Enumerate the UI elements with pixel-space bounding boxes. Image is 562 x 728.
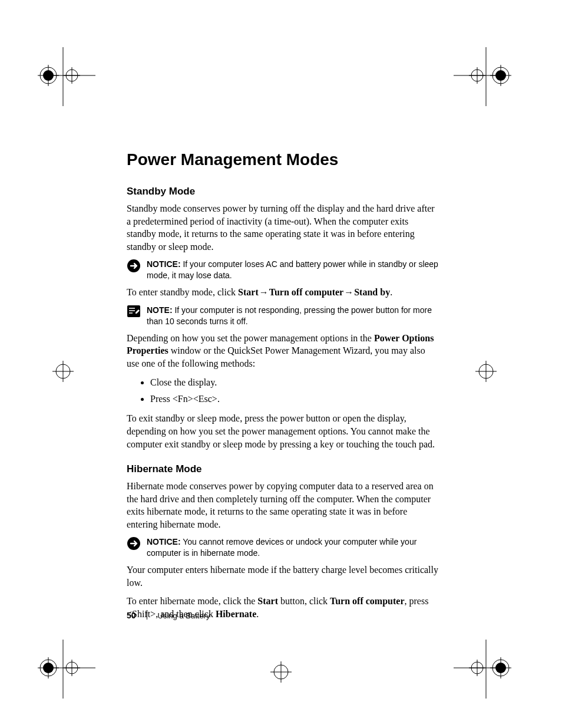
- standby-notice-1: NOTICE: If your computer loses AC and ba…: [127, 259, 439, 281]
- crop-mark-top-right: [454, 47, 518, 106]
- page-footer: 50 Using a Battery: [127, 611, 210, 620]
- hibernate-notice: NOTICE: You cannot remove devices or und…: [127, 536, 439, 559]
- crop-mark-bottom-left: [31, 640, 95, 699]
- footer-section: Using a Battery: [158, 611, 210, 620]
- page-title: Power Management Modes: [127, 150, 439, 169]
- notice-body: If your computer loses AC and battery po…: [147, 259, 438, 280]
- list-item: Close the display.: [150, 375, 439, 390]
- page-number: 50: [127, 611, 136, 620]
- crop-mark-bottom-right: [454, 640, 518, 699]
- note-body: If your computer is not responding, pres…: [147, 305, 432, 326]
- crop-mark-bottom-center: [254, 648, 308, 696]
- notice-label: NOTICE:: [147, 259, 181, 269]
- notice-text: NOTICE: If your computer loses AC and ba…: [147, 259, 439, 281]
- notice-icon: [127, 259, 143, 273]
- note-icon: [127, 305, 143, 318]
- standby-note: NOTE: If your computer is not responding…: [127, 305, 439, 327]
- hibernate-paragraph-2: Your computer enters hibernate mode if t…: [127, 564, 439, 589]
- notice-text: NOTICE: You cannot remove devices or und…: [147, 536, 439, 559]
- crop-mark-top-left: [31, 47, 95, 106]
- note-text: NOTE: If your computer is not responding…: [147, 305, 439, 327]
- standby-paragraph-3: Depending on how you set the power manag…: [127, 332, 439, 370]
- note-label: NOTE:: [147, 305, 173, 315]
- standby-enter-instruction: To enter standby mode, click Start→Turn …: [127, 286, 439, 299]
- standby-paragraph-4: To exit standby or sleep mode, press the…: [127, 412, 439, 450]
- hibernate-heading: Hibernate Mode: [127, 463, 439, 475]
- notice-label: NOTICE:: [147, 537, 181, 546]
- hibernate-paragraph-1: Hibernate mode conserves power by copyin…: [127, 480, 439, 531]
- list-item: Press <Fn><Esc>.: [150, 392, 439, 406]
- standby-paragraph-1: Standby mode conserves power by turning …: [127, 202, 439, 253]
- standby-methods-list: Close the display. Press <Fn><Esc>.: [127, 375, 439, 406]
- page-content: Power Management Modes Standby Mode Stan…: [127, 150, 439, 627]
- notice-icon: [127, 536, 143, 551]
- standby-heading: Standby Mode: [127, 186, 439, 197]
- crop-mark-mid-right: [454, 342, 518, 401]
- crop-mark-mid-left: [31, 342, 95, 401]
- notice-body: You cannot remove devices or undock your…: [147, 537, 416, 558]
- footer-divider: [147, 611, 147, 620]
